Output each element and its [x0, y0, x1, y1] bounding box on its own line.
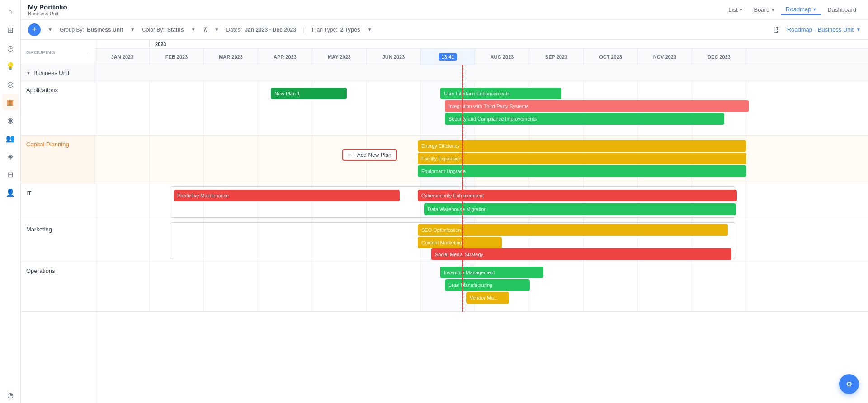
timeline-area: 2023 JAN 2023 FEB 2023 MAR 2023 APR 2023… — [95, 40, 868, 403]
sidebar-icon-table[interactable]: ⊟ — [2, 166, 19, 183]
bar-facility-expansion[interactable]: Facility Expansion — [418, 153, 746, 164]
roadmap-dropdown-icon: ▼ — [856, 27, 861, 32]
toolbar-dropdown-arrow[interactable]: ▼ — [48, 27, 52, 32]
capital-planning-section: Energy Efficiency Facility Expansion Equ… — [95, 136, 868, 184]
color-by-dropdown[interactable]: ▼ — [191, 27, 196, 32]
sidebar-icon-grid[interactable]: ⊞ — [2, 22, 19, 38]
bar-social-media[interactable]: Social Media Strategy — [431, 248, 731, 260]
group-by-dropdown[interactable]: ▼ — [130, 27, 135, 32]
sidebar-icon-bulb[interactable]: 💡 — [2, 58, 19, 74]
sidebar-icon-globe[interactable]: ◉ — [2, 112, 19, 128]
group-operations[interactable]: Operations — [21, 262, 95, 312]
toolbar: + ▼ Group By: Business Unit ▼ Color By: … — [21, 20, 868, 40]
sidebar-icon-home[interactable]: ⌂ — [2, 4, 19, 20]
bar-equipment-upgrade[interactable]: Equipment Upgrade — [418, 165, 746, 177]
month-jun: JUN 2023 — [367, 49, 421, 65]
applications-section: New Plan 1 User Interface Enhancements I… — [95, 81, 868, 136]
bar-security[interactable]: Security and Compliance Improvements — [445, 113, 724, 125]
chevron-down-icon: ▼ — [771, 8, 775, 12]
filter-dropdown[interactable]: ▼ — [215, 27, 219, 32]
marketing-section: SEO Optimization Content Marketing Socia… — [95, 220, 868, 262]
month-jan: JAN 2023 — [95, 49, 150, 65]
timeline-content: New Plan 1 User Interface Enhancements I… — [95, 65, 868, 312]
filter-icon[interactable]: ⊼ — [203, 26, 208, 33]
month-nov: NOV 2023 — [638, 49, 692, 65]
tab-dashboard[interactable]: Dashboard — [823, 5, 861, 15]
year-label: 2023 — [150, 40, 868, 48]
operations-section: Inventory Management Lean Manufacturing … — [95, 262, 868, 312]
add-button[interactable]: + — [28, 23, 41, 36]
plan-type-label: Plan Type: 2 Types — [312, 27, 360, 33]
main-content: My Portfolio Business Unit List ▼ Board … — [21, 0, 868, 403]
month-apr: APR 2023 — [258, 49, 312, 65]
group-capital-planning[interactable]: Capital Planning — [21, 136, 95, 184]
today-badge: 13:41 — [439, 53, 457, 61]
tab-board[interactable]: Board ▼ — [749, 5, 779, 15]
bar-cybersecurity[interactable]: Cybersecurity Enhancement — [418, 190, 737, 202]
sidebar-icon-badge[interactable]: ◈ — [2, 148, 19, 164]
business-unit-header-row — [95, 65, 868, 81]
page-title: My Portfolio — [28, 3, 67, 11]
group-marketing[interactable]: Marketing — [21, 220, 95, 262]
chevron-down-icon: ▼ — [812, 7, 816, 12]
group-by-label: Group By: Business Unit — [60, 27, 123, 33]
bar-seo[interactable]: SEO Optimization — [418, 224, 728, 236]
group-applications[interactable]: Applications — [21, 81, 95, 136]
bar-new-plan-1[interactable]: New Plan 1 — [271, 88, 347, 99]
grouping-header: GROUPING ↑ — [21, 40, 95, 65]
tab-roadmap[interactable]: Roadmap ▼ — [781, 4, 821, 15]
bar-user-interface[interactable]: User Interface Enhancements — [440, 88, 561, 99]
bar-lean-manufacturing[interactable]: Lean Manufacturing — [445, 279, 530, 291]
plus-icon: + — [348, 152, 351, 158]
month-may: MAY 2023 — [312, 49, 367, 65]
sidebar-icon-person[interactable]: 👤 — [2, 184, 19, 201]
tab-list[interactable]: List ▼ — [724, 5, 747, 15]
month-jul: 13:41 — [421, 49, 475, 65]
sidebar-icon-target[interactable]: ◎ — [2, 76, 19, 92]
year-row: 2023 — [95, 40, 868, 49]
sidebar-icon-clock[interactable]: ◷ — [2, 40, 19, 56]
nav-tabs: List ▼ Board ▼ Roadmap ▼ Dashboard — [724, 4, 861, 15]
grouping-column: GROUPING ↑ ▼ Business Unit Applications … — [21, 40, 95, 403]
dates-label: Dates: Jan 2023 - Dec 2023 — [226, 27, 296, 33]
bar-integration[interactable]: Integration with Third-Party Systems — [445, 100, 749, 112]
month-sep: SEP 2023 — [529, 49, 584, 65]
month-aug: AUG 2023 — [475, 49, 529, 65]
bar-energy-efficiency[interactable]: Energy Efficiency — [418, 140, 746, 152]
chevron-down-icon: ▼ — [739, 8, 743, 12]
month-feb: FEB 2023 — [150, 49, 204, 65]
chat-button[interactable]: ⚙ — [839, 374, 859, 394]
sidebar-icon-chart[interactable]: ▦ — [2, 94, 19, 110]
sidebar-icon-people[interactable]: 👥 — [2, 130, 19, 146]
month-mar: MAR 2023 — [204, 49, 258, 65]
add-new-plan-button[interactable]: + + Add New Plan — [342, 149, 397, 161]
chevron-icon: ▼ — [26, 70, 31, 75]
plan-type-dropdown[interactable]: ▼ — [368, 27, 372, 32]
group-business-unit[interactable]: ▼ Business Unit — [21, 65, 95, 81]
month-oct: OCT 2023 — [584, 49, 638, 65]
grouping-rows: ▼ Business Unit Applications Capital Pla… — [21, 65, 95, 403]
bar-inventory-management[interactable]: Inventory Management — [440, 267, 543, 278]
sidebar: ⌂ ⊞ ◷ 💡 ◎ ▦ ◉ 👥 ◈ ⊟ 👤 ◔ — [0, 0, 21, 403]
month-row: JAN 2023 FEB 2023 MAR 2023 APR 2023 MAY … — [95, 49, 868, 65]
color-by-label: Color By: Status — [142, 27, 184, 33]
month-dec: DEC 2023 — [692, 49, 746, 65]
roadmap-label[interactable]: Roadmap - Business Unit ▼ — [787, 26, 861, 33]
gantt-container: GROUPING ↑ ▼ Business Unit Applications … — [21, 40, 868, 403]
sidebar-icon-support[interactable]: ◔ — [2, 387, 19, 403]
chat-icon: ⚙ — [846, 380, 852, 389]
header: My Portfolio Business Unit List ▼ Board … — [21, 0, 868, 20]
bar-data-warehouse[interactable]: Data Warehouse Migration — [424, 203, 736, 215]
bar-predictive-maintenance[interactable]: Predictive Maintenance — [174, 190, 400, 202]
bar-vendor-management[interactable]: Vendor Ma... — [466, 292, 509, 304]
it-section: Predictive Maintenance Cybersecurity Enh… — [95, 184, 868, 220]
page-subtitle: Business Unit — [28, 11, 67, 16]
print-icon[interactable]: 🖨 — [771, 24, 782, 36]
group-it[interactable]: IT — [21, 184, 95, 220]
sort-icon[interactable]: ↑ — [87, 50, 90, 55]
timeline-header: 2023 JAN 2023 FEB 2023 MAR 2023 APR 2023… — [95, 40, 868, 65]
bar-content-marketing[interactable]: Content Marketing — [418, 237, 502, 248]
